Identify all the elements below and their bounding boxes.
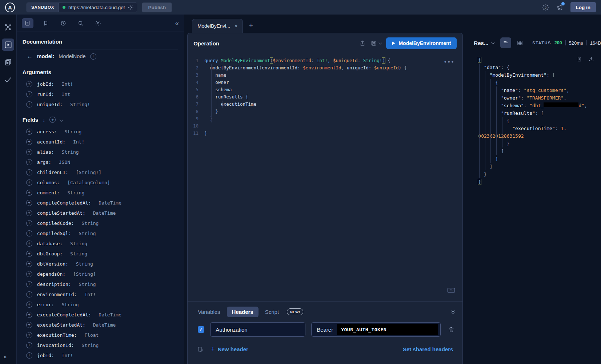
add-field-to-query-icon[interactable]: + xyxy=(26,210,32,216)
schema-field-row[interactable]: +compileStartedAt: DateTime xyxy=(23,208,178,218)
schema-field-row[interactable]: +description: String xyxy=(23,279,178,289)
field-type[interactable]: String xyxy=(79,343,99,348)
field-name[interactable]: columns: xyxy=(37,180,60,185)
add-field-to-query-icon[interactable]: + xyxy=(26,220,32,226)
field-name[interactable]: dbtVersion: xyxy=(37,261,68,267)
add-field-to-query-icon[interactable]: + xyxy=(26,190,32,196)
field-type[interactable]: Int! xyxy=(59,81,73,87)
add-field-to-query-icon[interactable]: + xyxy=(26,312,32,318)
field-name[interactable]: executeStartedAt: xyxy=(37,322,85,328)
run-operation-button[interactable]: ModelByEnvironment xyxy=(386,37,457,49)
schema-field-row[interactable]: +error: String xyxy=(23,299,178,310)
field-type[interactable]: String xyxy=(67,241,87,246)
field-name[interactable]: dbtGroup: xyxy=(37,251,63,256)
announcements-megaphone-icon[interactable] xyxy=(556,3,564,11)
new-tab-icon[interactable]: + xyxy=(249,21,253,30)
login-button[interactable]: Log in xyxy=(570,2,596,12)
schema-field-row[interactable]: +childrenL1: [String!] xyxy=(23,167,178,177)
delete-header-icon[interactable] xyxy=(446,326,456,333)
add-field-to-query-icon[interactable]: + xyxy=(26,159,32,165)
schema-field-row[interactable]: +executeCompletedAt: DateTime xyxy=(23,310,178,320)
formatted-view-icon[interactable] xyxy=(500,37,511,48)
publish-button[interactable]: Publish xyxy=(142,3,172,12)
field-type[interactable]: DateTime xyxy=(90,210,116,216)
add-field-to-query-icon[interactable]: + xyxy=(26,251,32,257)
field-name[interactable]: jobId: xyxy=(37,81,54,87)
field-name[interactable]: dependsOn: xyxy=(37,271,65,277)
add-field-to-query-icon[interactable]: + xyxy=(26,352,32,359)
add-field-to-query-icon[interactable]: + xyxy=(26,81,32,87)
schema-field-row[interactable]: +dbtVersion: String xyxy=(23,259,178,269)
set-shared-headers-button[interactable]: Set shared headers xyxy=(403,346,453,352)
field-name[interactable]: compiledCode: xyxy=(37,221,74,226)
add-field-to-query-icon[interactable]: + xyxy=(26,101,32,108)
graphql-editor[interactable]: 1query ModelByEnvironment($environmentId… xyxy=(188,53,462,301)
add-field-to-query-icon[interactable]: + xyxy=(26,139,32,145)
field-type[interactable]: String xyxy=(59,149,79,155)
schema-field-row[interactable]: +access: String xyxy=(23,126,178,137)
field-type[interactable]: String xyxy=(64,190,84,195)
field-name[interactable]: executionTime: xyxy=(37,332,77,338)
add-all-fields-icon[interactable]: + xyxy=(49,117,56,123)
schema-field-row[interactable]: +executeStartedAt: DateTime xyxy=(23,320,178,330)
field-type[interactable]: [String!] xyxy=(73,170,101,175)
schema-field-row[interactable]: +dependsOn: [String] xyxy=(23,269,178,279)
field-type[interactable]: Int! xyxy=(81,292,96,297)
schema-field-row[interactable]: +columns: [CatalogColumn] xyxy=(23,177,178,187)
history-icon[interactable] xyxy=(58,18,68,28)
add-field-to-query-icon[interactable]: + xyxy=(26,291,32,298)
edit-headers-as-json-icon[interactable] xyxy=(197,346,204,353)
add-field-to-query-icon[interactable]: + xyxy=(26,342,32,348)
add-field-to-query-icon[interactable]: + xyxy=(26,322,32,328)
field-name[interactable]: args: xyxy=(37,159,51,165)
field-type[interactable]: String xyxy=(76,231,96,236)
field-type[interactable]: String xyxy=(79,221,99,226)
add-field-to-query-icon[interactable]: + xyxy=(26,271,32,277)
share-operation-icon[interactable] xyxy=(359,40,366,46)
operation-tab[interactable]: ModelByEnvi... × xyxy=(192,19,243,33)
field-name[interactable]: alias: xyxy=(37,149,54,155)
add-field-to-query-icon[interactable]: + xyxy=(26,332,32,338)
field-name[interactable]: error: xyxy=(37,302,54,307)
schema-field-row[interactable]: +database: String xyxy=(23,238,178,248)
response-dropdown-chevron-icon[interactable] xyxy=(492,42,494,44)
schema-field-row[interactable]: +runId: Int xyxy=(23,89,178,99)
field-name[interactable]: executeCompletedAt: xyxy=(37,312,91,318)
header-enabled-checkbox[interactable]: ✓ xyxy=(198,326,204,333)
field-type[interactable]: JSON xyxy=(56,159,70,165)
response-json[interactable]: { "data": { "modelByEnvironment": [ { "n… xyxy=(463,53,601,364)
schema-field-row[interactable]: +uniqueId: String! xyxy=(23,99,178,109)
field-type[interactable]: Int! xyxy=(59,353,73,358)
field-name[interactable]: accountId: xyxy=(37,139,65,145)
schema-field-row[interactable]: +invocationId: String xyxy=(23,340,178,350)
add-field-to-query-icon[interactable]: + xyxy=(26,200,32,206)
field-name[interactable]: runId: xyxy=(37,92,54,97)
schema-field-row[interactable]: +dbtGroup: String xyxy=(23,248,178,259)
schema-field-row[interactable]: +environmentId: Int! xyxy=(23,289,178,299)
new-header-button[interactable]: + New header xyxy=(211,345,248,353)
field-name[interactable]: compileStartedAt: xyxy=(37,210,85,216)
field-name[interactable]: description: xyxy=(37,282,71,287)
copy-response-icon[interactable] xyxy=(576,56,582,62)
endpoint-url-box[interactable]: https://metadata.cloud.get xyxy=(59,3,137,12)
add-field-to-query-icon[interactable]: + xyxy=(26,302,32,308)
documentation-tab-icon[interactable] xyxy=(22,18,33,28)
field-type[interactable]: Int xyxy=(59,92,70,97)
collapse-panel-icon[interactable]: « xyxy=(175,19,179,27)
settings-gear-icon[interactable] xyxy=(93,18,103,28)
sort-fields-icon[interactable]: ↓ xyxy=(43,117,45,123)
saved-operations-bookmark-icon[interactable] xyxy=(41,18,51,28)
add-field-to-query-icon[interactable]: + xyxy=(26,169,32,175)
field-type[interactable]: String xyxy=(59,302,79,307)
field-name[interactable]: uniqueId: xyxy=(37,102,63,107)
field-name[interactable]: compileCompletedAt: xyxy=(37,200,91,206)
add-field-to-query-icon[interactable]: + xyxy=(26,149,32,155)
field-name[interactable]: compiledSql: xyxy=(37,231,71,236)
fields-options-chevron-icon[interactable] xyxy=(60,117,63,123)
schema-field-row[interactable]: +alias: String xyxy=(23,147,178,157)
apollo-logo[interactable]: A xyxy=(5,3,15,12)
field-type[interactable]: DateTime xyxy=(96,200,121,206)
field-name[interactable]: access: xyxy=(37,129,57,134)
add-field-to-query-icon[interactable]: + xyxy=(26,281,32,287)
breadcrumb-type-link[interactable]: ModelNode xyxy=(59,53,85,59)
